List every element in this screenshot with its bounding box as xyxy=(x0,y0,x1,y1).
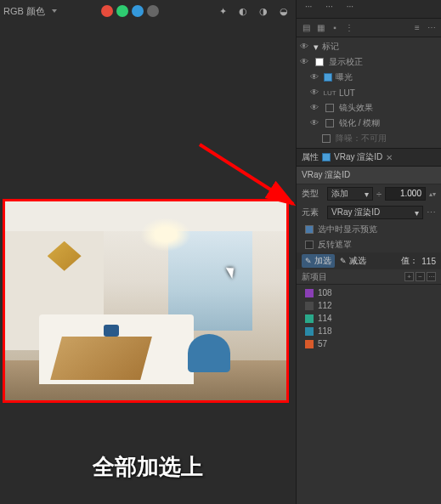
color-swatch xyxy=(305,327,314,336)
id-item[interactable]: 118 xyxy=(297,325,441,337)
menu-icon[interactable]: ≡ xyxy=(411,22,423,34)
list-add-button[interactable]: + xyxy=(404,272,414,281)
preview-row[interactable]: 选中时显示预览 xyxy=(297,222,441,237)
pencil-icon: ✎ xyxy=(340,257,347,265)
eye-icon[interactable]: 👁 xyxy=(310,103,320,113)
color-swatch xyxy=(305,302,314,310)
annotation-arrow xyxy=(195,140,314,227)
add-select-button[interactable]: ✎ 加选 xyxy=(302,254,335,268)
layer-noise[interactable]: 降噪：不可用 xyxy=(297,131,441,146)
vray-section-title: VRay 渲染ID xyxy=(297,167,441,184)
pencil-icon: ✎ xyxy=(305,257,312,265)
color-mode-label[interactable]: RGB 颜色 xyxy=(3,5,45,18)
channel-alpha-icon[interactable] xyxy=(147,5,159,17)
tool-icon[interactable]: ✦ xyxy=(214,3,231,20)
subtract-select-button[interactable]: ✎ 减选 xyxy=(336,254,370,268)
del-icon[interactable]: ▪ xyxy=(329,22,341,34)
tab[interactable]: ··· xyxy=(342,0,359,18)
caption-text: 全部加选上 xyxy=(0,452,296,482)
channel-red-icon[interactable] xyxy=(101,5,113,17)
color-swatch xyxy=(305,289,314,297)
svg-line-0 xyxy=(200,144,293,204)
more-icon[interactable]: ⋯ xyxy=(426,22,438,34)
layers-toolbar: ▤ ▦ ▪ ⋮ ≡ ⋯ xyxy=(297,19,441,37)
color-swatch xyxy=(305,340,314,348)
channel-green-icon[interactable] xyxy=(116,5,128,17)
viewport-toolbar: RGB 颜色 ✦ ◐ ◑ ◒ xyxy=(0,0,296,22)
id-item[interactable]: 114 xyxy=(297,312,441,325)
value-display: 115 xyxy=(421,257,436,266)
color-swatch xyxy=(305,314,314,323)
id-list: 108 112 114 118 57 xyxy=(297,285,441,352)
eye-icon[interactable]: 👁 xyxy=(310,72,320,82)
checkbox-icon[interactable] xyxy=(324,73,332,82)
list-remove-button[interactable]: − xyxy=(416,272,425,281)
opt-icon[interactable]: ⋮ xyxy=(343,22,355,34)
id-item[interactable]: 57 xyxy=(297,337,441,350)
layer-lut[interactable]: 👁 LUT LUT xyxy=(297,85,441,100)
eye-icon[interactable]: 👁 xyxy=(300,57,310,67)
id-list-header: 新项目 + − ⋯ xyxy=(297,269,441,285)
teapot2-icon[interactable]: ◑ xyxy=(255,3,272,20)
channel-blue-icon[interactable] xyxy=(132,5,144,17)
close-icon[interactable]: ✕ xyxy=(386,153,393,162)
layer-exposure[interactable]: 👁 曝光 xyxy=(297,70,441,85)
element-select[interactable]: VRay 渲染ID▾ xyxy=(327,206,423,219)
id-item[interactable]: 112 xyxy=(297,299,441,312)
type-number-input[interactable]: 1.000 xyxy=(385,187,426,201)
add-icon[interactable]: ▤ xyxy=(300,22,312,34)
tab[interactable]: ··· xyxy=(300,0,317,18)
panel-tabs: ··· ··· ··· xyxy=(297,0,441,19)
type-row: 类型 添加▾ ÷ 1.000 ▴▾ xyxy=(297,184,441,203)
tab[interactable]: ··· xyxy=(320,0,337,18)
id-item[interactable]: 108 xyxy=(297,286,441,299)
layer-root[interactable]: 👁 ▾ 标记 xyxy=(297,39,441,54)
list-menu-button[interactable]: ⋯ xyxy=(427,272,436,281)
render-viewport[interactable] xyxy=(3,199,289,403)
invert-checkbox[interactable] xyxy=(305,241,314,249)
invert-row[interactable]: 反转遮罩 xyxy=(297,237,441,252)
vray-tab-label[interactable]: VRay 渲染ID xyxy=(334,151,382,163)
teapot3-icon[interactable]: ◒ xyxy=(275,3,292,20)
enable-checkbox[interactable] xyxy=(322,153,331,161)
eye-icon[interactable]: 👁 xyxy=(310,118,320,128)
type-select[interactable]: 添加▾ xyxy=(327,187,373,201)
properties-header: 属性 VRay 渲染ID ✕ xyxy=(297,148,441,167)
dropdown-icon[interactable] xyxy=(52,9,57,13)
element-row: 元素 VRay 渲染ID▾ ⋯ xyxy=(297,203,441,222)
layer-sharpen[interactable]: 👁 锐化 / 模糊 xyxy=(297,116,441,131)
layer-list: 👁 ▾ 标记 👁 显示校正 👁 曝光 👁 LUT LUT 👁 xyxy=(297,37,441,148)
value-label: 值： xyxy=(401,255,418,267)
eye-icon[interactable]: 👁 xyxy=(300,42,310,52)
eye-icon[interactable]: 👁 xyxy=(310,88,320,98)
select-action-row: ✎ 加选 ✎ 减选 值： 115 xyxy=(297,252,441,269)
folder-icon[interactable]: ▦ xyxy=(314,22,326,34)
layer-lens[interactable]: 👁 镜头效果 xyxy=(297,100,441,116)
layer-correction[interactable]: 👁 显示校正 xyxy=(297,54,441,70)
teapot-icon[interactable]: ◐ xyxy=(235,3,252,20)
